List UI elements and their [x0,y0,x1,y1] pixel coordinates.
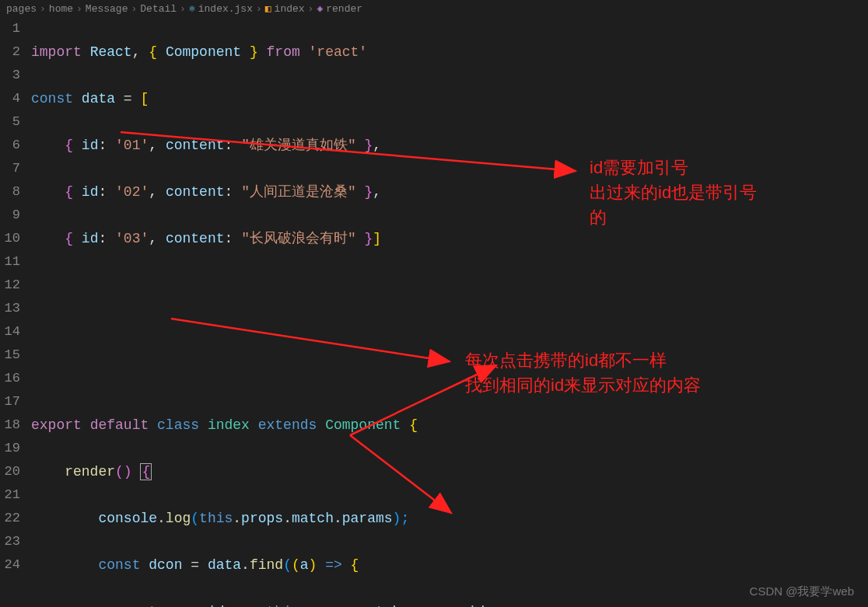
method-icon: ◈ [317,2,323,15]
line-number: 20 [0,460,20,483]
chevron-right-icon: › [131,3,137,15]
watermark: CSDN @我要学web [750,584,854,599]
line-number: 21 [0,483,20,507]
chevron-right-icon: › [180,3,186,15]
breadcrumb-item[interactable]: index [275,3,305,15]
code-editor[interactable]: 1 2 3 4 5 6 7 8 9 10 11 12 13 14 15 16 1… [0,17,868,607]
breadcrumb-item[interactable]: pages [6,3,37,15]
line-number: 16 [0,367,20,390]
line-number: 1 [0,17,20,40]
line-number: 4 [0,87,20,110]
breadcrumb: pages › home › Message › Detail › ⚛ inde… [0,0,868,17]
class-icon: ◧ [265,2,271,15]
line-number: 11 [0,250,20,274]
breadcrumb-item[interactable]: Message [86,3,128,15]
breadcrumb-item[interactable]: Detail [140,3,177,15]
line-number: 3 [0,64,20,87]
chevron-right-icon: › [308,3,314,15]
line-number: 15 [0,344,20,367]
chevron-right-icon: › [76,3,82,15]
react-file-icon: ⚛ [189,2,195,15]
line-number: 17 [0,390,20,413]
breadcrumb-item[interactable]: home [49,3,73,15]
line-number: 24 [0,553,20,577]
line-number: 23 [0,530,20,553]
line-number: 12 [0,274,20,297]
line-number: 2 [0,40,20,64]
line-number: 9 [0,204,20,227]
line-number: 22 [0,507,20,530]
line-number: 18 [0,413,20,437]
line-number: 10 [0,227,20,250]
code-area[interactable]: import React, { Component } from 'react'… [31,17,868,607]
breadcrumb-item[interactable]: index.jsx [198,3,253,15]
line-number: 7 [0,157,20,180]
breadcrumb-item[interactable]: render [326,3,362,15]
line-number: 19 [0,437,20,460]
line-number-gutter: 1 2 3 4 5 6 7 8 9 10 11 12 13 14 15 16 1… [0,17,31,607]
line-number: 13 [0,297,20,320]
chevron-right-icon: › [256,3,262,15]
line-number: 8 [0,180,20,204]
line-number: 5 [0,110,20,134]
line-number: 14 [0,320,20,344]
line-number: 6 [0,134,20,157]
chevron-right-icon: › [40,3,46,15]
